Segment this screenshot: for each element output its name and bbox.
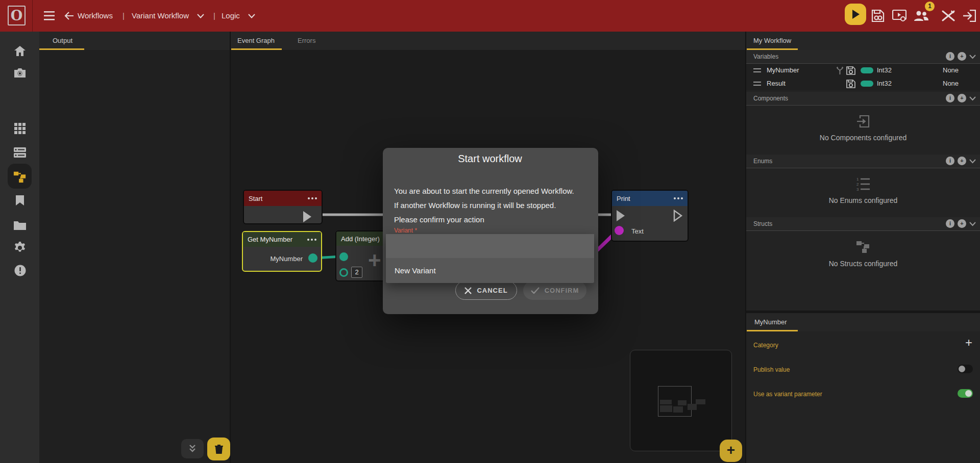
breadcrumb-variant-workflow[interactable]: Variant Workflow bbox=[132, 0, 189, 32]
info-icon[interactable]: i bbox=[946, 52, 954, 61]
add-variable-icon[interactable]: + bbox=[958, 52, 966, 61]
scroll-to-bottom-button[interactable] bbox=[181, 439, 204, 458]
add-category-icon[interactable]: + bbox=[963, 337, 975, 349]
sidebar-item-files[interactable] bbox=[13, 218, 27, 232]
back-arrow-icon[interactable] bbox=[64, 11, 75, 21]
logo-letter: O bbox=[11, 9, 23, 22]
tab-event-graph-underline bbox=[231, 48, 282, 50]
tab-inspector-underline bbox=[747, 330, 798, 331]
sidebar-item-apps[interactable] bbox=[13, 122, 27, 135]
tab-my-workflow[interactable]: My Workflow bbox=[753, 32, 791, 50]
save-link-icon[interactable] bbox=[871, 9, 885, 22]
add-component-icon[interactable]: + bbox=[958, 94, 966, 102]
exec-out-pin[interactable] bbox=[673, 210, 683, 222]
menu-icon[interactable] bbox=[44, 11, 55, 20]
input-pin-b[interactable] bbox=[339, 268, 348, 277]
tab-errors[interactable]: Errors bbox=[298, 32, 315, 50]
top-bar: O Workflows | Variant Workflow | Logic bbox=[0, 0, 980, 32]
variant-parameter-toggle[interactable] bbox=[958, 389, 973, 398]
grid-icon bbox=[14, 123, 26, 134]
workflow-panel: Variables i + MyNumber Int32 None bbox=[746, 32, 980, 463]
chevron-down-icon[interactable] bbox=[969, 96, 976, 101]
variable-name: MyNumber bbox=[767, 64, 799, 77]
runtime-settings-icon[interactable] bbox=[892, 10, 906, 22]
text-input-pin[interactable] bbox=[615, 226, 624, 235]
chevron-down-icon[interactable] bbox=[969, 55, 976, 59]
sidebar-item-workflows[interactable] bbox=[13, 170, 27, 183]
exec-in-pin[interactable] bbox=[616, 210, 626, 222]
tab-event-graph[interactable]: Event Graph bbox=[237, 32, 275, 50]
output-pin[interactable] bbox=[308, 253, 317, 263]
cancel-button[interactable]: CANCEL bbox=[455, 281, 517, 300]
node-title: Start bbox=[249, 195, 308, 202]
variable-row-mynumber[interactable]: MyNumber Int32 None bbox=[746, 64, 980, 77]
chevron-down-icon[interactable] bbox=[969, 222, 976, 226]
node-title: Print bbox=[617, 195, 674, 202]
confirm-button[interactable]: CONFIRM bbox=[523, 281, 586, 300]
exec-out-pin[interactable] bbox=[302, 211, 312, 223]
input-pin-label: Text bbox=[631, 227, 644, 235]
devices-icon bbox=[14, 147, 26, 158]
sidebar-item-alerts[interactable] bbox=[13, 264, 27, 277]
sidebar-item-bookmarks[interactable] bbox=[13, 194, 27, 207]
close-icon bbox=[464, 287, 472, 294]
exit-icon[interactable] bbox=[963, 10, 976, 22]
tab-inspector-mynumber[interactable]: MyNumber bbox=[754, 313, 787, 331]
publish-value-toggle[interactable] bbox=[958, 365, 973, 373]
operator-glyph: + bbox=[368, 248, 381, 273]
sidebar-item-settings[interactable] bbox=[13, 241, 27, 254]
right-panel-divider bbox=[745, 32, 746, 463]
node-get-mynumber[interactable]: Get MyNumber MyNumber bbox=[242, 231, 322, 272]
dialog-title: Start workflow bbox=[0, 153, 980, 165]
gear-icon bbox=[14, 242, 26, 254]
breadcrumb-workflows[interactable]: Workflows bbox=[78, 0, 113, 32]
variable-name: Result bbox=[767, 77, 786, 90]
node-menu-icon[interactable] bbox=[308, 197, 317, 199]
home-icon bbox=[14, 45, 26, 57]
node-start-header[interactable]: Start bbox=[244, 191, 322, 206]
variable-row-result[interactable]: Result Int32 None bbox=[746, 77, 980, 90]
node-get-mynumber-header[interactable]: Get MyNumber bbox=[243, 232, 321, 247]
node-menu-icon[interactable] bbox=[674, 197, 683, 199]
breadcrumb-separator: | bbox=[213, 0, 215, 32]
node-print[interactable]: Print Text bbox=[611, 190, 689, 242]
info-icon[interactable]: i bbox=[946, 219, 954, 228]
variant-option-new[interactable]: New Variant bbox=[386, 258, 594, 283]
svg-text:3: 3 bbox=[856, 187, 859, 191]
input-pin-a[interactable] bbox=[339, 252, 348, 261]
users-icon[interactable] bbox=[914, 10, 929, 21]
node-start[interactable]: Start bbox=[243, 190, 323, 224]
chevron-down-icon[interactable] bbox=[248, 14, 255, 18]
sidebar-item-home[interactable] bbox=[13, 44, 27, 58]
sidebar-item-camera[interactable] bbox=[13, 66, 27, 80]
drag-handle-icon[interactable] bbox=[753, 68, 761, 72]
chevron-down-icon[interactable] bbox=[197, 14, 204, 18]
run-workflow-button[interactable] bbox=[845, 4, 866, 25]
components-empty-icon bbox=[856, 114, 870, 128]
literal-value-field[interactable]: 2 bbox=[351, 267, 362, 278]
node-title: Get MyNumber bbox=[248, 236, 307, 243]
variant-option-empty[interactable] bbox=[386, 234, 594, 258]
variant-parameter-icon bbox=[836, 66, 844, 75]
add-node-button[interactable]: + bbox=[720, 440, 742, 462]
minimap[interactable] bbox=[630, 350, 732, 451]
type-color-pill bbox=[861, 81, 873, 87]
play-icon bbox=[851, 9, 860, 19]
components-empty-text: No Components configured bbox=[746, 134, 980, 142]
app-logo[interactable]: O bbox=[8, 6, 26, 25]
node-menu-icon[interactable] bbox=[307, 239, 316, 241]
section-title: Components bbox=[753, 92, 788, 105]
dialog-text-line: You are about to start the currently ope… bbox=[394, 187, 574, 195]
drag-handle-icon[interactable] bbox=[753, 82, 761, 86]
clear-output-button[interactable] bbox=[207, 438, 230, 460]
tab-output[interactable]: Output bbox=[53, 32, 72, 50]
variable-type: Int32 bbox=[877, 77, 892, 90]
breadcrumb-separator: | bbox=[122, 0, 125, 32]
add-struct-icon[interactable]: + bbox=[958, 219, 966, 228]
edit-tools-icon[interactable] bbox=[942, 10, 955, 22]
node-print-header[interactable]: Print bbox=[612, 191, 688, 206]
breadcrumb-logic[interactable]: Logic bbox=[222, 0, 240, 32]
sidebar-item-devices[interactable] bbox=[13, 146, 27, 159]
dialog-text-line: Please confirm your action bbox=[394, 215, 484, 224]
info-icon[interactable]: i bbox=[946, 94, 954, 102]
